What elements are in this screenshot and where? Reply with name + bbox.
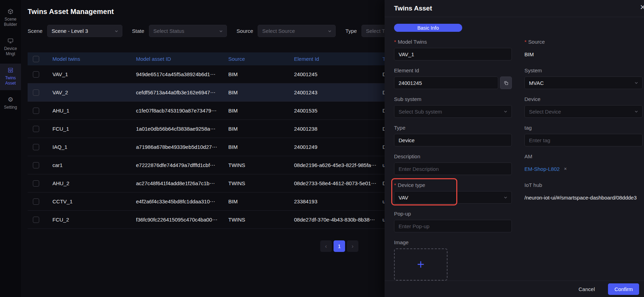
sidebar-item-device-mngt[interactable]: Device Mngt (0, 34, 21, 61)
required-asterisk: * (394, 39, 396, 45)
type-input[interactable] (394, 134, 512, 146)
tag-input[interactable] (524, 134, 643, 146)
cell-element-id: 24001249 (294, 144, 382, 150)
sidebar-item-twins-asset[interactable]: Twins Asset (0, 64, 21, 90)
element-id-input[interactable] (394, 77, 498, 89)
row-checkbox[interactable] (33, 162, 39, 168)
cell-source: BIM (228, 144, 294, 150)
source-filter-placeholder: Select Source (262, 28, 295, 34)
scene-filter-value: Scene - Level 3 (52, 28, 88, 34)
source-filter-select[interactable]: Select Source (258, 25, 336, 37)
cell-source: BIM (228, 108, 294, 114)
cell-model-asset-id: cefdf56713a44a0fb3e162e6947⋯ (136, 89, 228, 96)
image-upload-button[interactable]: + (394, 248, 448, 281)
device-type-label: Device type (398, 182, 425, 188)
state-filter-label: State (132, 28, 144, 34)
row-checkbox-cell (28, 125, 52, 132)
twins-asset-icon (7, 67, 14, 73)
cell-model-asset-id: 949de6517c4a45f5a38924b6d1⋯ (136, 71, 228, 78)
setting-icon: ⚙ (8, 96, 13, 103)
source-filter: Source Select Source (237, 25, 336, 37)
column-source: Source (228, 56, 294, 62)
iot-hub-label: IoT hub (524, 182, 542, 188)
app-root: Scene Builder Device Mngt Twins Asset ⚙ … (0, 0, 644, 297)
drawer-body: Basic Info *Model Twins Element Id (385, 17, 644, 288)
drawer-title: Twins Asset (394, 5, 432, 12)
state-filter-select[interactable]: Select Status (149, 25, 227, 37)
cell-source: BIM (228, 126, 294, 132)
row-checkbox[interactable] (33, 198, 39, 205)
cell-element-id: 24001535 (294, 108, 382, 114)
cell-model-asset-id: 1a01e0db56b64cf3838ae9258a⋯ (136, 126, 228, 132)
chevron-down-icon (114, 29, 119, 33)
field-description: Description (394, 153, 512, 175)
copy-button[interactable] (500, 77, 512, 89)
system-select[interactable]: MVAC (524, 77, 643, 89)
model-twins-input[interactable] (394, 48, 512, 60)
source-label: Source (528, 39, 545, 45)
required-asterisk: * (524, 39, 527, 45)
scene-filter: Scene Scene - Level 3 (28, 25, 122, 37)
cell-model-twins: car1 (52, 162, 136, 168)
row-checkbox[interactable] (33, 144, 39, 150)
pagination-page-1[interactable]: 1 (334, 240, 345, 252)
scene-filter-select[interactable]: Scene - Level 3 (47, 25, 122, 37)
row-checkbox-cell (28, 144, 52, 150)
close-icon[interactable]: × (640, 2, 644, 12)
cell-element-id: 08de27df-370e-4b43-830b-8b38⋯ (294, 217, 382, 223)
sidebar-item-label: Device Mngt (1, 46, 20, 57)
state-filter-placeholder: Select Status (153, 28, 184, 34)
element-id-label: Element Id (394, 67, 419, 73)
column-model-twins: Model twins (52, 56, 136, 62)
pagination-prev-button[interactable]: ‹ (320, 240, 332, 252)
cell-element-id: 08de2196-a626-45e3-822f-985fa⋯ (294, 162, 382, 168)
chevron-down-icon (328, 29, 332, 33)
cancel-button[interactable]: Cancel (579, 286, 595, 292)
device-type-select[interactable]: VAV (394, 191, 512, 204)
source-value: BIM (524, 48, 643, 60)
cell-model-twins: IAQ_1 (52, 144, 136, 150)
sub-system-placeholder: Select Sub system (399, 109, 442, 115)
confirm-button[interactable]: Confirm (608, 283, 639, 295)
cell-source: TWINS (228, 217, 294, 223)
field-iot-hub: IoT hub /neuron-iot-ui/#/smartspace-dash… (524, 182, 643, 204)
scene-filter-label: Scene (28, 28, 43, 34)
device-select[interactable]: Select Device (524, 105, 643, 118)
row-checkbox[interactable] (33, 180, 39, 187)
tab-basic-info[interactable]: Basic Info (394, 24, 462, 32)
sidebar-item-setting[interactable]: ⚙ Setting (0, 93, 21, 114)
remove-icon[interactable]: × (564, 166, 567, 172)
row-checkbox-cell (28, 71, 52, 78)
row-checkbox[interactable] (33, 217, 39, 223)
sub-system-select[interactable]: Select Sub system (394, 105, 512, 118)
field-model-twins: *Model Twins (394, 39, 512, 60)
row-checkbox[interactable] (33, 89, 39, 96)
description-input[interactable] (394, 162, 512, 175)
iot-hub-value: /neuron-iot-ui/#/smartspace-dashboard/08… (524, 191, 643, 204)
cell-element-id: 24001245 (294, 71, 382, 77)
am-label: AM (524, 153, 532, 159)
select-all-checkbox[interactable] (33, 56, 39, 62)
chevron-down-icon (503, 109, 508, 114)
pagination-next-button[interactable]: › (347, 240, 358, 252)
cell-model-twins: VAV_2 (52, 89, 136, 95)
sidebar-item-scene-builder[interactable]: Scene Builder (0, 5, 21, 31)
system-label: System (524, 67, 542, 73)
cell-element-id: 08de2733-58e4-4612-8073-5e01⋯ (294, 180, 382, 187)
row-checkbox-cell (28, 180, 52, 187)
field-sub-system: Sub system Select Sub system (394, 96, 512, 118)
row-checkbox[interactable] (33, 126, 39, 132)
popup-input[interactable] (394, 220, 512, 232)
row-checkbox[interactable] (33, 71, 39, 78)
field-source: *Source BIM (524, 39, 643, 60)
am-link[interactable]: EM-Shop-L802 (524, 166, 560, 172)
scene-builder-icon (7, 8, 14, 15)
column-element-id: Element Id (294, 56, 382, 62)
device-type-value: VAV (399, 195, 408, 201)
row-checkbox[interactable] (33, 108, 39, 114)
source-filter-label: Source (237, 28, 253, 34)
cell-model-asset-id: a71986a678be49339eb5d10d27⋯ (136, 144, 228, 150)
cell-model-twins: VAV_1 (52, 71, 136, 77)
cell-element-id: 24001243 (294, 89, 382, 95)
field-am: AM EM-Shop-L802 × (524, 153, 643, 175)
